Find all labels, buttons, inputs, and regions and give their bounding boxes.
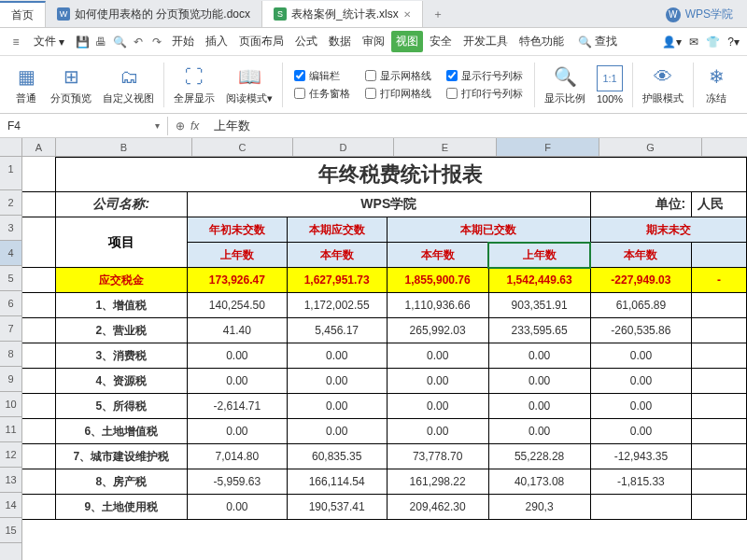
- cell: [692, 293, 747, 318]
- row-header[interactable]: 7: [0, 316, 21, 342]
- row-header[interactable]: 10: [0, 392, 21, 417]
- row-header[interactable]: 2: [0, 190, 21, 216]
- col-header-g[interactable]: G: [599, 138, 702, 156]
- menu-insert[interactable]: 插入: [201, 31, 233, 52]
- print-icon[interactable]: 🖶: [92, 34, 109, 50]
- menu-security[interactable]: 安全: [425, 31, 457, 52]
- view-pagebreak-button[interactable]: ⊞ 分页预览: [45, 59, 97, 111]
- save-icon[interactable]: 💾: [74, 34, 91, 50]
- cell: 60,835.35: [287, 444, 387, 469]
- row-header[interactable]: 4: [0, 241, 21, 266]
- pagebreak-icon: ⊞: [58, 63, 84, 90]
- readmode-button[interactable]: 📖 阅读模式▾: [220, 59, 278, 111]
- fx-icon[interactable]: ⊕: [176, 119, 185, 133]
- col-header-e[interactable]: E: [394, 138, 497, 156]
- col-header-a[interactable]: A: [22, 138, 56, 156]
- row-header[interactable]: 9: [0, 367, 21, 392]
- row-label: 9、土地使用税: [55, 495, 187, 520]
- view-custom-button[interactable]: 🗂 自定义视图: [97, 59, 160, 111]
- help-icon[interactable]: ?▾: [727, 35, 740, 49]
- zoom100-button[interactable]: 1:1 100%: [591, 59, 628, 111]
- file-menu[interactable]: 文件▾: [26, 31, 72, 52]
- menu-devtools[interactable]: 开发工具: [458, 31, 513, 52]
- menu-search[interactable]: 🔍查找: [571, 31, 625, 52]
- row-label: 8、房产税: [55, 469, 187, 495]
- cell: 5,456.17: [287, 318, 387, 343]
- printgrid-checkbox[interactable]: 打印网格线: [365, 87, 431, 101]
- menu-icon[interactable]: ≡: [7, 34, 24, 50]
- row-header[interactable]: 12: [0, 442, 21, 468]
- col-header-f[interactable]: F: [497, 138, 599, 156]
- menu-formula[interactable]: 公式: [290, 31, 322, 52]
- tab-home[interactable]: 首页: [0, 1, 46, 27]
- printrowcol-checkbox[interactable]: 打印行号列标: [446, 87, 523, 101]
- zoom-label: 显示比例: [544, 91, 585, 105]
- col-header-b[interactable]: B: [56, 138, 192, 156]
- col-header-d[interactable]: D: [293, 138, 394, 156]
- row-header[interactable]: 6: [0, 291, 21, 316]
- col-header-c[interactable]: C: [192, 138, 293, 156]
- fullscreen-button[interactable]: ⛶ 全屏显示: [168, 59, 220, 111]
- row-header[interactable]: 3: [0, 216, 21, 241]
- row-header[interactable]: 11: [0, 417, 21, 442]
- formulabar-checkbox[interactable]: 编辑栏: [294, 69, 350, 83]
- menu-layout[interactable]: 页面布局: [234, 31, 289, 52]
- formulabar-label: 编辑栏: [309, 69, 340, 83]
- cell: 40,173.08: [488, 469, 590, 495]
- menu-view[interactable]: 视图: [391, 31, 423, 52]
- user-icon[interactable]: 👤▾: [662, 35, 682, 49]
- undo-icon[interactable]: ↶: [130, 34, 147, 50]
- cell: 0.00: [488, 343, 590, 369]
- column-headers: A B C D E F G: [0, 138, 747, 157]
- cells-grid[interactable]: 年终税费统计报表 公司名称: WPS学院 单位: 人民 项目 年初未交数 本期应…: [22, 157, 747, 560]
- eyecare-button[interactable]: 👁 护眼模式: [637, 59, 689, 111]
- tab-xlsx[interactable]: S 表格案例_统计表.xlsx ✕: [262, 1, 423, 27]
- zoom-button[interactable]: 🔍 显示比例: [539, 59, 591, 111]
- name-box[interactable]: F4 ▾: [0, 117, 168, 135]
- select-all-corner[interactable]: [0, 138, 22, 156]
- cell: [692, 495, 747, 520]
- cell: [692, 419, 747, 444]
- chevron-down-icon: ▾: [155, 120, 160, 131]
- row-header[interactable]: 5: [0, 266, 21, 291]
- row-header[interactable]: 8: [0, 342, 21, 367]
- close-icon[interactable]: ✕: [403, 9, 411, 20]
- freeze-label: 冻结: [706, 91, 726, 105]
- cell: 173,926.47: [188, 268, 288, 293]
- skin-icon[interactable]: 👕: [706, 35, 720, 49]
- function-icon[interactable]: fx: [190, 119, 199, 133]
- eyecare-label: 护眼模式: [642, 91, 684, 105]
- taskpane-checkbox[interactable]: 任务窗格: [294, 87, 350, 101]
- cell: -12,943.35: [590, 444, 692, 469]
- row-label: 3、消费税: [55, 343, 187, 369]
- sub-e: 本年数: [387, 243, 488, 268]
- tab-doc[interactable]: W 如何使用表格的 分页预览功能.docx: [46, 1, 262, 27]
- cell: 209,462.30: [387, 495, 488, 520]
- view-custom-label: 自定义视图: [103, 91, 154, 105]
- preview-icon[interactable]: 🔍: [111, 34, 128, 50]
- row-header[interactable]: 14: [0, 493, 21, 518]
- wps-academy-link[interactable]: W WPS学院: [652, 2, 747, 27]
- readmode-label: 阅读模式▾: [226, 91, 273, 105]
- sub-d: 本年数: [287, 243, 387, 268]
- row-headers: 1 2 3 4 5 6 7 8 9 10 11 12 13 14 15: [0, 157, 22, 560]
- showgrid-checkbox[interactable]: 显示网格线: [365, 69, 431, 83]
- row-header[interactable]: 13: [0, 468, 21, 493]
- showrowcol-checkbox[interactable]: 显示行号列标: [446, 69, 523, 83]
- formula-input[interactable]: 上年数: [206, 115, 747, 137]
- menu-start[interactable]: 开始: [167, 31, 199, 52]
- notification-icon[interactable]: ✉: [689, 35, 698, 49]
- cell: 290,3: [488, 495, 590, 520]
- cell: 0.00: [488, 419, 590, 444]
- freeze-button[interactable]: ❄ 冻结: [698, 59, 735, 111]
- menu-features[interactable]: 特色功能: [514, 31, 569, 52]
- redo-icon[interactable]: ↷: [148, 34, 165, 50]
- view-normal-button[interactable]: ▦ 普通: [7, 59, 45, 111]
- cell: 0.00: [488, 369, 590, 394]
- menu-data[interactable]: 数据: [324, 31, 356, 52]
- menu-review[interactable]: 审阅: [358, 31, 389, 52]
- cell: 1,542,449.63: [488, 268, 590, 293]
- row-header[interactable]: 1: [0, 157, 21, 190]
- new-tab-button[interactable]: ＋: [423, 2, 453, 27]
- row-header[interactable]: 15: [0, 518, 21, 543]
